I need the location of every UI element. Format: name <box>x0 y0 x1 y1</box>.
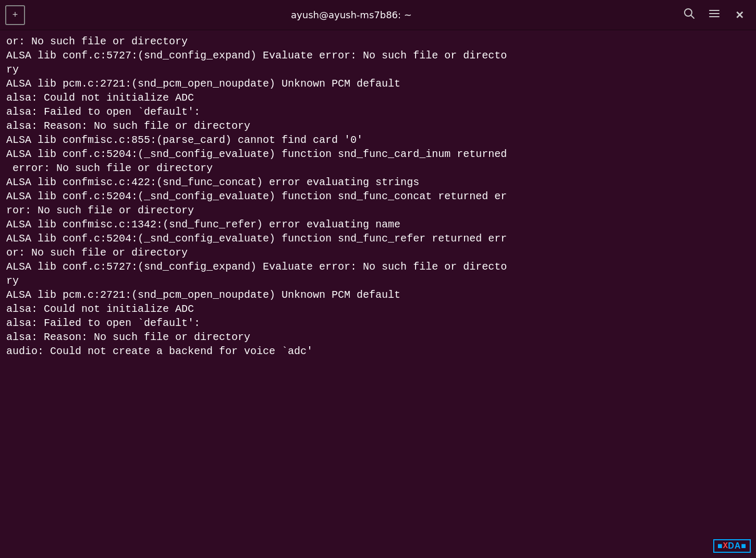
window-title: ayush@ayush-ms7b86: ~ <box>25 9 678 20</box>
close-icon: ✕ <box>735 9 744 21</box>
watermark-square: ■ <box>741 541 747 551</box>
titlebar-left: + <box>5 5 25 25</box>
watermark-left: ■ <box>717 541 723 551</box>
watermark: ■ X DA ■ <box>713 539 751 553</box>
terminal-output: or: No such file or directory ALSA lib c… <box>0 30 756 558</box>
new-tab-icon: + <box>13 9 18 20</box>
menu-button[interactable] <box>703 4 726 27</box>
watermark-right: DA <box>728 541 741 551</box>
search-icon <box>684 8 695 22</box>
terminal-window: + ayush@ayush-ms7b86: ~ <box>0 0 756 558</box>
close-button[interactable]: ✕ <box>728 4 751 27</box>
svg-line-1 <box>691 16 694 19</box>
watermark-box: ■ X DA ■ <box>713 539 751 553</box>
titlebar: + ayush@ayush-ms7b86: ~ <box>0 0 756 30</box>
search-button[interactable] <box>678 4 701 27</box>
watermark-x: X <box>723 541 728 551</box>
hamburger-icon <box>709 8 720 22</box>
new-tab-button[interactable]: + <box>5 5 25 25</box>
titlebar-right: ✕ <box>678 4 751 27</box>
